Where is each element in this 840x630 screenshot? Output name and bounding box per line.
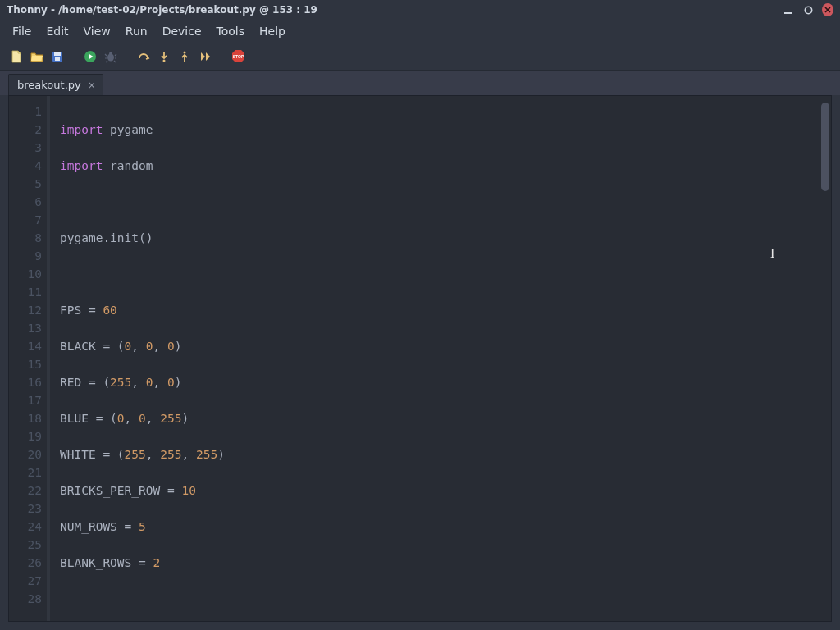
line-number: 10 xyxy=(9,265,42,283)
line-number: 5 xyxy=(9,175,42,193)
line-number: 17 xyxy=(9,391,42,409)
line-number: 1 xyxy=(9,103,42,121)
menu-edit[interactable]: Edit xyxy=(39,22,75,40)
maximize-button[interactable] xyxy=(802,4,814,16)
new-file-icon[interactable] xyxy=(8,48,25,65)
svg-text:STOP: STOP xyxy=(232,54,244,59)
line-number: 28 xyxy=(9,590,42,608)
tab-label: breakout.py xyxy=(17,79,81,91)
line-number: 9 xyxy=(9,247,42,265)
line-number: 4 xyxy=(9,157,42,175)
code-area[interactable]: import pygame import random pygame.init(… xyxy=(50,96,831,621)
menu-file[interactable]: File xyxy=(5,22,39,40)
line-number: 13 xyxy=(9,319,42,337)
vertical-scrollbar[interactable] xyxy=(821,103,829,191)
line-number: 21 xyxy=(9,463,42,482)
line-number: 20 xyxy=(9,445,42,463)
line-number: 6 xyxy=(9,193,42,211)
svg-rect-3 xyxy=(54,52,61,56)
save-file-icon[interactable] xyxy=(49,48,66,65)
line-number: 25 xyxy=(9,536,42,554)
line-number: 18 xyxy=(9,409,42,427)
line-number: 22 xyxy=(9,482,42,500)
line-number: 26 xyxy=(9,554,42,572)
tab-strip: breakout.py × xyxy=(0,71,840,95)
step-out-icon[interactable] xyxy=(176,48,193,65)
menu-view[interactable]: View xyxy=(76,22,118,40)
minimize-button[interactable] xyxy=(783,4,794,16)
menu-help[interactable]: Help xyxy=(252,22,293,40)
close-icon xyxy=(822,3,833,16)
line-number: 24 xyxy=(9,518,42,536)
editor[interactable]: 1 2 3 4 5 6 7 8 9 10 11 12 13 14 15 16 1… xyxy=(8,95,832,622)
debug-icon[interactable] xyxy=(103,48,119,65)
menu-device[interactable]: Device xyxy=(155,22,209,40)
line-number: 16 xyxy=(9,373,42,391)
svg-point-1 xyxy=(805,7,811,13)
line-gutter: 1 2 3 4 5 6 7 8 9 10 11 12 13 14 15 16 1… xyxy=(9,96,50,621)
title-bar: Thonny - /home/test-02/Projects/breakout… xyxy=(0,0,840,20)
line-number: 23 xyxy=(9,500,42,518)
svg-point-7 xyxy=(109,52,112,55)
line-number: 7 xyxy=(9,211,42,229)
line-number: 11 xyxy=(9,283,42,301)
window-controls xyxy=(783,4,833,16)
run-icon[interactable] xyxy=(82,48,98,65)
text-cursor-icon: I xyxy=(770,246,774,261)
close-button[interactable] xyxy=(822,4,833,16)
line-number: 2 xyxy=(9,121,42,139)
menu-bar: File Edit View Run Device Tools Help xyxy=(0,20,840,43)
tab-breakout[interactable]: breakout.py × xyxy=(8,74,103,95)
menu-run[interactable]: Run xyxy=(118,22,155,40)
line-number: 27 xyxy=(9,572,42,590)
menu-tools[interactable]: Tools xyxy=(209,22,253,40)
resume-icon[interactable] xyxy=(197,48,213,65)
line-number: 14 xyxy=(9,337,42,355)
toolbar: STOP xyxy=(0,43,840,71)
open-file-icon[interactable] xyxy=(29,48,45,65)
line-number: 19 xyxy=(9,427,42,445)
window-title: Thonny - /home/test-02/Projects/breakout… xyxy=(7,4,783,16)
svg-point-8 xyxy=(163,59,166,62)
step-over-icon[interactable] xyxy=(135,48,152,65)
line-number: 15 xyxy=(9,355,42,373)
svg-rect-4 xyxy=(55,57,60,61)
svg-point-9 xyxy=(184,51,186,53)
svg-rect-0 xyxy=(784,12,792,14)
line-number: 3 xyxy=(9,139,42,157)
step-into-icon[interactable] xyxy=(156,48,172,65)
line-number: 12 xyxy=(9,301,42,319)
line-number: 8 xyxy=(9,229,42,247)
stop-icon[interactable]: STOP xyxy=(230,48,246,65)
tab-close-icon[interactable]: × xyxy=(86,80,98,91)
